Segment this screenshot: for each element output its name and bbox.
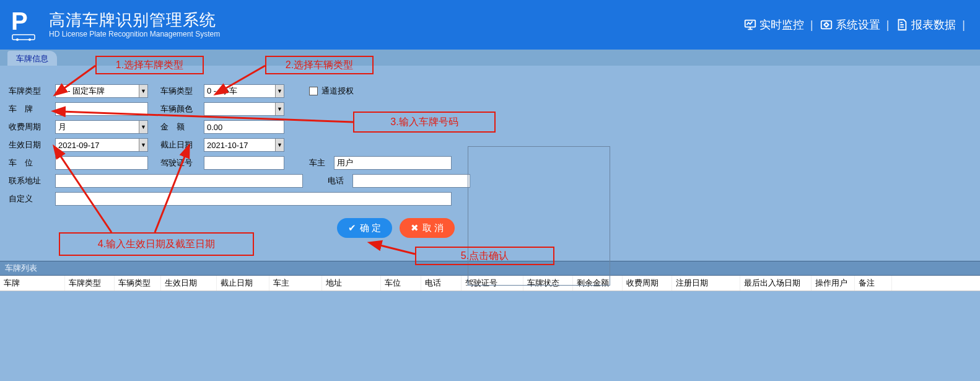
nav-monitor[interactable]: 实时监控 [743,17,804,32]
grid-col-0[interactable]: 车牌 [0,276,65,291]
nav-sep: | [810,19,813,32]
settings-icon [820,18,833,32]
dropdown-icon: ▼ [275,103,284,115]
tabstrip: 车牌信息 [0,50,980,66]
billing-period-select[interactable]: 月 ▼ [55,120,148,134]
grid-col-12[interactable]: 收费周期 [623,276,672,291]
plate-type-value: 1 -- 固定车牌 [58,85,105,97]
ok-label: 确 定 [360,222,381,234]
grid-col-3[interactable]: 生效日期 [161,276,217,291]
app-header: P 高清车牌识别管理系统 HD License Plate Recognitio… [0,0,980,50]
plate-type-select[interactable]: 1 -- 固定车牌 ▼ [55,84,148,98]
button-row: ✔ 确 定 ✖ 取 消 [337,218,971,238]
custom-input[interactable] [55,192,452,206]
phone-input[interactable] [352,174,470,188]
check-icon: ✔ [348,222,356,234]
label-plate: 车 牌 [9,103,55,115]
amount-input[interactable] [204,120,284,134]
logo: P [11,9,40,41]
row-period: 收费周期 月 ▼ 金 额 [9,120,971,134]
form-panel: 车牌类型 1 -- 固定车牌 ▼ 车辆类型 0 -- 小车 ▼ 通道授权 车 牌… [0,66,980,261]
tab-plate-info[interactable]: 车牌信息 [7,51,57,66]
row-plate-type: 车牌类型 1 -- 固定车牌 ▼ 车辆类型 0 -- 小车 ▼ 通道授权 [9,84,971,98]
dropdown-icon: ▼ [139,121,147,133]
grid-col-15[interactable]: 操作用户 [812,276,855,291]
cancel-button[interactable]: ✖ 取 消 [400,218,455,238]
grid-col-2[interactable]: 车辆类型 [115,276,161,291]
plate-input[interactable] [55,102,148,116]
cancel-label: 取 消 [422,222,444,234]
channel-auth-checkbox[interactable]: 通道授权 [309,85,354,97]
list-title: 车牌列表 [5,263,37,273]
label-effective-date: 生效日期 [9,139,55,151]
brand: P 高清车牌识别管理系统 HD License Plate Recognitio… [11,9,220,41]
expiry-date-picker[interactable]: 2021-10-17 ▼ [204,138,284,152]
nav-sep: | [886,19,890,32]
header-nav: 实时监控 | 系统设置 | 报表数据 | [743,17,968,32]
effective-date-value: 2021-09-17 [58,141,100,150]
nav-sep: | [962,19,965,32]
close-icon: ✖ [411,222,419,234]
grid-col-5[interactable]: 车主 [269,276,322,291]
owner-input[interactable] [334,156,452,170]
svg-point-3 [28,38,31,41]
vehicle-color-select[interactable]: ▼ [204,102,284,116]
grid-col-4[interactable]: 截止日期 [217,276,269,291]
nav-reports-label: 报表数据 [911,17,956,32]
nav-reports[interactable]: 报表数据 [895,17,956,32]
channel-auth-label: 通道授权 [322,85,354,97]
label-address: 联系地址 [9,175,55,186]
tab-label: 车牌信息 [16,54,48,63]
app-title: 高清车牌识别管理系统 [49,11,220,29]
vehicle-type-value: 0 -- 小车 [207,85,237,97]
billing-period-value: 月 [58,121,66,133]
grid-col-1[interactable]: 车牌类型 [65,276,115,291]
dropdown-icon: ▼ [275,139,284,151]
label-space: 车 位 [9,157,55,169]
expiry-date-value: 2021-10-17 [207,141,248,150]
label-billing-period: 收费周期 [9,121,55,133]
label-vehicle-color: 车辆颜色 [160,103,204,115]
dropdown-icon: ▼ [139,85,147,97]
effective-date-picker[interactable]: 2021-09-17 ▼ [55,138,148,152]
label-license-no: 驾驶证号 [160,157,204,169]
grid-col-16[interactable]: 备注 [855,276,892,291]
grid-body [0,291,980,378]
license-no-input[interactable] [204,156,284,170]
label-amount: 金 额 [160,121,204,133]
svg-rect-1 [12,35,35,40]
ok-button[interactable]: ✔ 确 定 [337,218,392,238]
app-subtitle: HD License Plate Recognition Management … [49,30,220,38]
space-input[interactable] [55,156,148,170]
label-vehicle-type: 车辆类型 [160,85,204,97]
vehicle-type-select[interactable]: 0 -- 小车 ▼ [204,84,284,98]
nav-settings[interactable]: 系统设置 [820,17,880,32]
grid-col-7[interactable]: 车位 [381,276,421,291]
dropdown-icon: ▼ [275,85,284,97]
nav-settings-label: 系统设置 [836,17,880,32]
label-owner: 车主 [309,157,334,169]
grid-col-6[interactable]: 地址 [322,276,381,291]
image-placeholder [468,146,610,286]
label-expiry-date: 截止日期 [160,139,204,151]
nav-monitor-label: 实时监控 [759,17,804,32]
checkbox-icon [309,87,318,95]
label-phone: 电话 [328,175,352,186]
dropdown-icon: ▼ [139,139,147,151]
brand-text: 高清车牌识别管理系统 HD License Plate Recognition … [49,11,220,39]
svg-point-6 [825,23,828,27]
row-plate: 车 牌 车辆颜色 ▼ [9,102,971,116]
svg-text:P: P [11,9,28,35]
grid-col-13[interactable]: 注册日期 [672,276,740,291]
label-custom: 自定义 [9,193,55,204]
monitor-icon [743,18,757,32]
address-input[interactable] [55,174,303,188]
svg-point-2 [16,38,19,41]
label-plate-type: 车牌类型 [9,85,55,97]
grid-col-8[interactable]: 电话 [421,276,462,291]
grid-col-14[interactable]: 最后出入场日期 [740,276,812,291]
reports-icon [895,18,909,32]
